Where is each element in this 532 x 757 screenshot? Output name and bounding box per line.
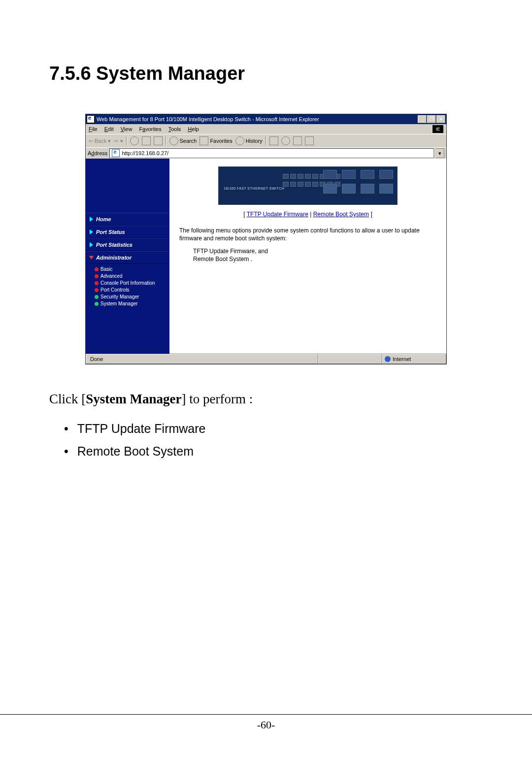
globe-icon [385, 356, 391, 362]
device-graphic: 10/100 FAST ETHERNET SWITCH [218, 166, 398, 205]
close-button[interactable]: ✕ [436, 115, 445, 123]
history-button[interactable]: History [235, 136, 263, 145]
back-button[interactable]: ⇦ Back ▾ [89, 138, 111, 144]
menu-view[interactable]: View [121, 126, 133, 132]
window-titlebar: Web Management for 8 Port 10/100M Intell… [86, 114, 446, 124]
zone-text: Internet [393, 356, 411, 362]
sidebar-item-administrator[interactable]: Administrator [86, 251, 169, 264]
bullet-icon [95, 267, 99, 271]
stop-icon[interactable] [130, 136, 139, 145]
window-title: Web Management for 8 Port 10/100M Intell… [97, 116, 418, 122]
sidebar-item-home[interactable]: Home [86, 213, 169, 226]
instruction-text: Click [System Manager] to perform : [49, 389, 483, 409]
instruction-bullet-2: Remote Boot System [64, 441, 483, 461]
desc-item-1: TFTP Update Firmware, and [193, 247, 446, 255]
instruction-bullet-1: TFTP Update Firmware [64, 419, 483, 438]
sidebar-sub-basic[interactable]: Basic [95, 266, 169, 273]
link-tftp-update-firmware[interactable]: TFTP Update Firmware [247, 211, 308, 218]
bullet-icon [95, 274, 99, 278]
search-button[interactable]: Search [169, 136, 197, 145]
page-icon [112, 149, 120, 157]
bullet-icon [95, 295, 99, 299]
desc-item-2: Remote Boot System . [193, 255, 446, 263]
page-links: [ TFTP Update Firmware | Remote Boot Sys… [169, 211, 446, 218]
status-text: Done [90, 356, 103, 362]
arrow-icon [90, 230, 93, 234]
arrow-down-icon [89, 256, 94, 260]
menu-file[interactable]: File [89, 126, 98, 132]
main-content: 10/100 FAST ETHERNET SWITCH [ TFTP Updat… [169, 159, 446, 354]
address-value: http://192.168.0.27/ [122, 150, 168, 156]
menu-favorites[interactable]: Favorites [139, 126, 161, 132]
maximize-button[interactable]: ❐ [427, 115, 436, 123]
menu-bar: File Edit View Favorites Tools Help IE [86, 124, 446, 134]
menu-tools[interactable]: Tools [168, 126, 181, 132]
link-separator: | [308, 211, 313, 218]
sidebar-sub-security-manager[interactable]: Security Manager [95, 294, 169, 300]
address-label: Address [88, 150, 107, 156]
link-remote-boot-system[interactable]: Remote Boot System [313, 211, 369, 218]
sidebar-sub-advanced[interactable]: Advanced [95, 273, 169, 280]
sidebar-item-port-status[interactable]: Port Status [86, 226, 169, 238]
page-number: -60- [0, 714, 532, 731]
arrow-icon [90, 217, 93, 222]
device-label: 10/100 FAST ETHERNET SWITCH [224, 187, 284, 190]
print-icon[interactable] [281, 136, 290, 145]
address-bar: Address http://192.168.0.27/ ▾ [86, 147, 446, 159]
address-input[interactable]: http://192.168.0.27/ [109, 148, 434, 158]
status-left: Done [86, 354, 318, 364]
status-zone: Internet [382, 354, 446, 364]
edit-icon[interactable] [293, 136, 302, 145]
mail-icon[interactable] [269, 136, 278, 145]
ie-icon [87, 115, 95, 123]
screenshot-ie-window: Web Management for 8 Port 10/100M Intell… [85, 114, 447, 364]
sidebar-sub-console[interactable]: Console Port Information [95, 280, 169, 287]
sidebar-sub-port-controls[interactable]: Port Controls [95, 287, 169, 294]
bullet-icon [95, 302, 99, 306]
status-bar: Done Internet [86, 354, 446, 364]
page-description: The following menu options provide some … [169, 227, 446, 242]
sidebar-item-label: Port Status [96, 229, 125, 235]
toolbar: ⇦ Back ▾ ⇨ ▾ Search Favorites History [86, 134, 446, 147]
arrow-icon [90, 242, 93, 247]
ie-logo-icon: IE [432, 125, 443, 133]
favorites-button[interactable]: Favorites [200, 136, 232, 145]
refresh-icon[interactable] [142, 136, 151, 145]
address-dropdown-button[interactable]: ▾ [436, 148, 444, 158]
sidebar-item-label: Port Statistics [96, 242, 133, 248]
sidebar-sub-system-manager[interactable]: System Manager [95, 300, 169, 307]
bullet-icon [95, 281, 99, 285]
sidebar-item-label: Home [96, 216, 111, 222]
status-mid [318, 354, 382, 364]
sidebar-item-label: Administrator [96, 255, 132, 261]
bullet-icon [95, 288, 99, 292]
menu-help[interactable]: Help [188, 126, 199, 132]
sidebar-nav: Home Port Status Port Statistics Adminis… [86, 159, 169, 354]
sidebar-item-port-statistics[interactable]: Port Statistics [86, 238, 169, 251]
section-heading: 7.5.6 System Manager [49, 63, 483, 84]
discuss-icon[interactable] [305, 136, 314, 145]
minimize-button[interactable]: _ [418, 115, 427, 123]
home-icon[interactable] [154, 136, 163, 145]
bracket: ] [369, 211, 372, 218]
forward-button[interactable]: ⇨ ▾ [114, 138, 123, 144]
menu-edit[interactable]: Edit [104, 126, 114, 132]
